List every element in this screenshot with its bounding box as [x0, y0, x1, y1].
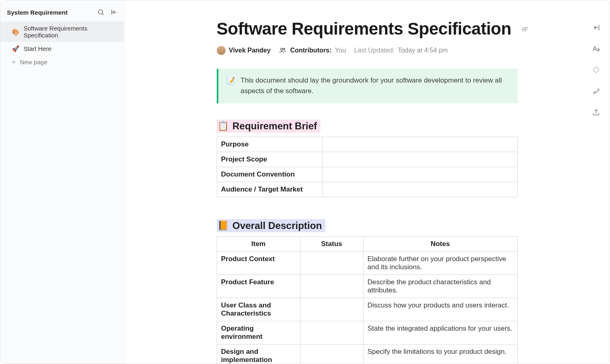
row-value[interactable] — [322, 152, 517, 167]
cell-notes[interactable]: Discuss how your products and users inte… — [363, 298, 517, 321]
plus-icon: + — [12, 59, 16, 65]
sidebar-item-start-here[interactable]: 🚀 Start Here — [0, 42, 124, 55]
section-title: Overall Description — [233, 220, 322, 231]
row-label: Project Scope — [217, 152, 322, 167]
svg-point-0 — [98, 10, 103, 14]
row-label: Audience / Target Market — [217, 182, 322, 197]
cell-item: Operating environment — [217, 321, 300, 344]
last-updated: Last Updated: Today at 4:54 pm — [354, 47, 448, 54]
svg-point-5 — [283, 48, 285, 50]
author-chip[interactable]: Vivek Pandey — [217, 46, 271, 55]
people-icon — [279, 46, 287, 54]
cell-status[interactable] — [300, 344, 363, 364]
cell-status[interactable] — [300, 251, 363, 275]
orange-book-icon: 📙 — [218, 220, 229, 231]
cell-item: Product Context — [217, 251, 300, 275]
sidebar-item-srs[interactable]: 🎨 Software Requirements Specification — [0, 22, 124, 42]
cell-status[interactable] — [300, 275, 363, 298]
col-status: Status — [300, 236, 363, 251]
cell-item: Design and implementation — [217, 344, 300, 364]
svg-point-4 — [281, 48, 283, 50]
table-row[interactable]: Operating environmentState the integrate… — [217, 321, 517, 344]
table-row[interactable]: Project Scope — [217, 152, 517, 167]
new-page-button[interactable]: + New page — [0, 55, 124, 69]
cell-notes[interactable]: Specify the limitations to your product … — [363, 344, 517, 364]
memo-icon: 📝 — [227, 75, 235, 97]
sidebar-nav: 🎨 Software Requirements Specification 🚀 … — [0, 22, 124, 69]
cell-item: Product Feature — [217, 275, 300, 298]
rocket-icon: 🚀 — [12, 46, 20, 52]
row-value[interactable] — [322, 182, 517, 197]
section-title: Requirement Brief — [233, 120, 317, 132]
requirement-brief-table[interactable]: PurposeProject ScopeDocument ConventionA… — [217, 137, 518, 197]
workspace-title[interactable]: System Requirement — [7, 9, 68, 16]
updated-label: Last Updated: — [354, 47, 395, 54]
table-row[interactable]: User Class and CharacteristicsDiscuss ho… — [217, 298, 517, 321]
palette-icon: 🎨 — [12, 29, 20, 35]
new-page-label: New page — [20, 59, 48, 65]
cell-notes[interactable]: Elaborate further on your product perspe… — [363, 251, 517, 275]
sidebar-item-label: Software Requirements Specification — [24, 25, 118, 39]
doc-meta: Vivek Pandey Contributors: You Last Upda… — [217, 46, 518, 55]
contributors-chip[interactable]: Contributors: You — [279, 46, 346, 54]
svg-line-1 — [102, 13, 103, 15]
typography-icon[interactable] — [592, 44, 601, 53]
author-name: Vivek Pandey — [229, 47, 271, 54]
callout[interactable]: 📝 This document should lay the groundwor… — [217, 69, 518, 103]
share-icon[interactable] — [592, 108, 601, 117]
settings-icon[interactable] — [592, 87, 601, 96]
cell-status[interactable] — [300, 298, 363, 321]
row-label: Purpose — [217, 137, 322, 152]
table-row[interactable]: Product ContextElaborate further on your… — [217, 251, 517, 275]
col-notes: Notes — [363, 236, 517, 251]
row-label: Document Convention — [217, 167, 322, 182]
table-row[interactable]: Product FeatureDescribe the product char… — [217, 275, 517, 298]
main: Software Requirements Specification Vive… — [124, 0, 610, 364]
contributors-label: Contributors: — [290, 47, 331, 54]
cell-item: User Class and Characteristics — [217, 298, 300, 321]
callout-text: This document should lay the groundwork … — [241, 75, 510, 97]
sidebar-item-label: Start Here — [24, 45, 51, 52]
sidebar-header: System Requirement — [0, 6, 124, 22]
section-heading-requirement-brief[interactable]: 📋 Requirement Brief — [217, 120, 320, 133]
search-icon[interactable] — [97, 9, 105, 16]
overall-description-table[interactable]: Item Status Notes Product ContextElabora… — [217, 236, 518, 364]
updated-value: Today at 4:54 pm — [398, 47, 448, 54]
cell-notes[interactable]: State the integrated applications for yo… — [363, 321, 517, 344]
outline-toggle-icon[interactable] — [522, 26, 529, 33]
row-value[interactable] — [322, 167, 517, 182]
cell-notes[interactable]: Describe the product characteristics and… — [363, 275, 517, 298]
page-title[interactable]: Software Requirements Specification — [217, 19, 518, 39]
cell-status[interactable] — [300, 321, 363, 344]
contributors-value: You — [335, 47, 346, 54]
col-item: Item — [217, 236, 300, 251]
row-value[interactable] — [322, 137, 517, 152]
clipboard-icon: 📋 — [218, 121, 229, 131]
expand-sidebar-icon[interactable] — [592, 23, 601, 32]
svg-point-13 — [594, 93, 595, 94]
sidebar: System Requirement 🎨 Software Requiremen… — [0, 0, 124, 364]
ai-sparkle-icon[interactable] — [592, 65, 601, 74]
collapse-sidebar-icon[interactable] — [110, 9, 118, 16]
table-row[interactable]: Document Convention — [217, 167, 517, 182]
right-rail — [592, 23, 601, 117]
section-heading-overall-description[interactable]: 📙 Overall Description — [217, 219, 325, 232]
table-row[interactable]: Design and implementationSpecify the lim… — [217, 344, 517, 364]
avatar — [217, 46, 226, 55]
table-row[interactable]: Audience / Target Market — [217, 182, 517, 197]
table-row[interactable]: Purpose — [217, 137, 517, 152]
